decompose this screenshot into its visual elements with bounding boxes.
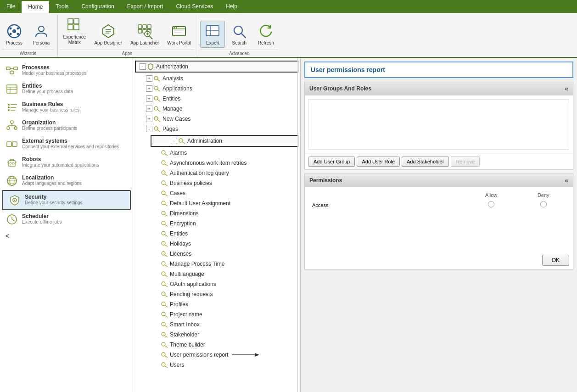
toolbar-search-button[interactable]: Search [227,21,252,48]
svg-point-80 [154,86,158,90]
deny-column-header: Deny [517,191,569,199]
tree-item-auth-log[interactable]: Authentication log query [133,168,300,178]
menu-home[interactable]: Home [22,1,49,13]
menu-configuration[interactable]: Configuration [75,0,120,13]
access-allow-radio[interactable] [488,201,494,207]
processes-icon [6,64,18,77]
tree-expand-authorization[interactable]: - [140,63,146,70]
tree-item-applications[interactable]: + Applications [133,84,300,94]
svg-point-45 [8,104,10,106]
tree-item-smart-inbox[interactable]: Smart Inbox [133,319,300,330]
tree-expand-entities[interactable]: + [146,95,152,102]
toolbar-expert-button[interactable]: Expert [200,21,225,48]
tree-item-profiles[interactable]: Profiles [133,299,300,309]
sidebar-item-localization[interactable]: Localization Adapt languages and regions [0,172,133,190]
toolbar-persona-button[interactable]: Persona [28,21,54,48]
tree-item-cases[interactable]: Cases [133,188,300,198]
toolbar-app-launcher-button[interactable]: App Launcher [127,21,162,48]
toolbar-work-portal-button[interactable]: Work Portal [164,21,194,48]
toolbar-experience-matrix-button[interactable]: ExperienceMatrix [60,15,89,48]
sidebar-item-scheduler[interactable]: Scheduler Execute offline jobs [0,210,133,229]
tree-expand-new-cases[interactable]: + [146,116,152,122]
sidebar-item-processes[interactable]: Processes Model your business processes [0,62,133,80]
holidays-label: Holidays [170,241,191,247]
permissions-collapse-icon[interactable]: « [565,177,568,184]
tree-item-users[interactable]: Users [133,360,300,370]
tree-item-business-policies[interactable]: Business policies [133,178,300,188]
permissions-header: Permissions « [305,174,573,187]
tree-item-project-name[interactable]: Project name [133,309,300,319]
add-user-group-button[interactable]: Add User Group [308,157,355,167]
menu-tools[interactable]: Tools [49,0,75,13]
tree-item-authorization[interactable]: - Authorization [135,61,298,73]
menu-cloud-services[interactable]: Cloud Services [169,0,219,13]
access-deny-radio[interactable] [540,201,547,207]
tree-item-licenses[interactable]: Licenses [133,249,300,259]
tree-item-stakeholder[interactable]: Stakeholder [133,330,300,340]
user-groups-collapse-icon[interactable]: « [565,85,568,92]
sidebar-item-security[interactable]: Security Define your security settings [2,190,131,210]
tree-item-administration[interactable]: - Administration [151,135,298,147]
robots-icon [6,156,18,169]
tree-item-theme-builder[interactable]: Theme builder [133,340,300,350]
tree-resize-handle[interactable] [297,58,300,392]
svg-point-6 [39,26,44,32]
toolbar-refresh-button[interactable]: Refresh [253,21,278,48]
add-user-role-button[interactable]: Add User Role [357,157,400,167]
allow-column-header: Allow [465,191,518,199]
svg-point-102 [162,201,165,205]
tree-item-encryption[interactable]: Encryption [133,218,300,229]
svg-line-117 [165,275,168,277]
tree-item-default-user[interactable]: Default User Assignment [133,198,300,208]
add-stakeholder-button[interactable]: Add Stakeholder [402,157,449,167]
ok-button[interactable]: OK [542,255,569,266]
tree-expand-administration[interactable]: - [171,138,177,144]
organization-subtitle: Define process participants [22,126,78,131]
svg-point-86 [154,117,158,120]
toolbar-app-designer-button[interactable]: App Designer [91,21,125,48]
entities-title: Entities [22,83,73,89]
tree-expand-pages[interactable]: - [146,126,152,132]
app-designer-icon [100,23,117,39]
tree-item-pages[interactable]: - Pages [133,124,300,134]
svg-point-96 [162,171,165,174]
toolbar-process-button[interactable]: Process [2,21,27,48]
tree-item-async-retries[interactable]: Asynchronous work item retries [133,158,300,168]
sidebar-item-external-systems[interactable]: External systems Connect your external s… [0,135,133,153]
tree-item-entities-node[interactable]: + Entities [133,94,300,104]
tree-item-alarms[interactable]: Alarms [133,148,300,158]
sidebar-item-robots[interactable]: Robots Integrate your automated applicat… [0,153,133,172]
tree-expand-manage[interactable]: + [146,106,152,112]
sidebar-collapse-btn[interactable]: < [0,229,133,243]
tree-item-multilanguage[interactable]: Multilanguage [133,269,300,279]
tree-item-holidays[interactable]: Holidays [133,239,300,249]
tree-item-manage[interactable]: + Manage [133,104,300,114]
remove-button[interactable]: Remove [451,157,480,167]
tree-item-pending-requests[interactable]: Pending requests [133,289,300,299]
tree-item-analysis[interactable]: + Analysis [133,73,300,84]
scheduler-subtitle: Execute offline jobs [22,219,62,224]
user-groups-content [305,95,573,153]
sidebar-item-organization[interactable]: Organization Define process participants [0,117,133,135]
svg-point-27 [174,27,175,28]
organization-icon [6,119,18,132]
authorization-label: Authorization [156,63,188,70]
tree-item-entities-sub[interactable]: Entities [133,229,300,239]
ok-btn-row: OK [305,251,573,269]
menu-export-import[interactable]: Export / Import [121,0,170,13]
menu-file[interactable]: File [0,0,22,13]
tree-item-oauth[interactable]: OAuth applications [133,279,300,289]
tree-item-dimensions[interactable]: Dimensions [133,208,300,218]
svg-point-47 [8,109,10,111]
tree-item-user-permissions[interactable]: User permissions report [133,350,300,360]
tree-item-new-cases[interactable]: + New Cases [133,114,300,124]
key-icon-mpt [161,260,168,268]
tree-expand-applications[interactable]: + [146,85,152,92]
sidebar-item-business-rules[interactable]: Business Rules Manage your business rule… [0,98,133,117]
robots-title: Robots [22,156,99,162]
tree-expand-analysis[interactable]: + [146,75,152,82]
sidebar-item-entities[interactable]: Entities Define your process data [0,80,133,98]
menu-help[interactable]: Help [219,0,244,13]
svg-line-21 [149,36,152,39]
tree-item-manage-process-time[interactable]: Manage Process Time [133,259,300,269]
